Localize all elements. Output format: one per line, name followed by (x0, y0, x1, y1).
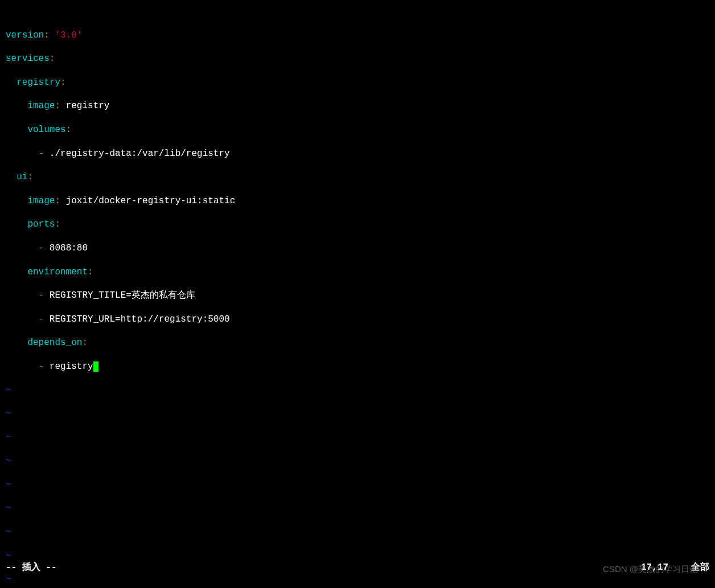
yaml-key: registry (17, 77, 60, 88)
yaml-key: services (6, 54, 50, 64)
yaml-key: image (27, 101, 55, 111)
vim-tilde: ~ (6, 527, 709, 538)
yaml-value: ./registry-data:/var/lib/registry (44, 149, 229, 159)
yaml-value: 8088:80 (44, 243, 88, 253)
vim-editor[interactable]: version: '3.0' services: registry: image… (0, 0, 715, 588)
yaml-key: depends_on (27, 338, 82, 348)
cursor-block (93, 361, 98, 372)
yaml-key: environment (27, 267, 88, 277)
yaml-value: joxit/docker-registry-ui:static (60, 196, 235, 206)
yaml-key: ui (17, 172, 27, 182)
yaml-value: registry (60, 101, 109, 111)
yaml-value: '3.0' (55, 30, 82, 40)
vim-tilde: ~ (6, 479, 709, 491)
vim-tilde: ~ (6, 408, 709, 420)
watermark-text: CSDN @英杰的学习日记 (603, 564, 698, 575)
vim-tilde: ~ (6, 385, 709, 397)
yaml-key: version (6, 30, 44, 40)
yaml-key: volumes (27, 125, 65, 135)
vim-tilde: ~ (6, 574, 709, 586)
yaml-key: image (27, 196, 55, 206)
vim-tilde: ~ (6, 550, 709, 562)
vim-tilde: ~ (6, 503, 709, 515)
vim-tilde: ~ (6, 432, 709, 444)
yaml-value: REGISTRY_TITLE=英杰的私有仓库 (44, 290, 195, 301)
yaml-value: registry (44, 361, 93, 372)
vim-tilde: ~ (6, 455, 709, 467)
yaml-value: REGISTRY_URL=http://registry:5000 (44, 314, 229, 324)
yaml-key: ports (27, 219, 55, 229)
vim-mode-indicator: -- 插入 -- (6, 562, 57, 574)
